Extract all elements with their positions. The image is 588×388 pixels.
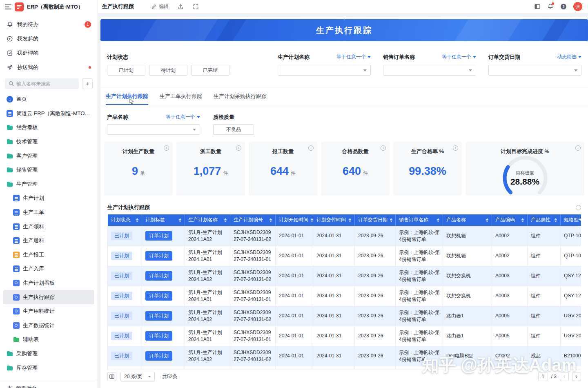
sidebar-item-initiated[interactable]: 我发起的 [0, 31, 98, 46]
app-title: ERP（离散制造-MTO） [27, 3, 83, 11]
nav-item-icon [7, 365, 13, 371]
sidebar-nav-item[interactable]: 经营看板 [3, 120, 94, 135]
nav-item-label: 采购管理 [16, 350, 38, 357]
sidebar: ERP（离散制造-MTO） 我的待办 1 我发起的 我处理的 抄送我的 + [0, 0, 98, 388]
table-section: 生产计划执行跟踪 计划状态 计划标签 [107, 204, 581, 383]
sidebar-item-processed[interactable]: 我处理的 [0, 46, 98, 60]
nav-item-label: 技术管理 [16, 138, 38, 145]
search-input[interactable] [5, 78, 79, 89]
nav-item-label: 生产计划看板 [23, 279, 55, 287]
sidebar-nav-item[interactable]: 简道云 ERP（离散制造-MTO）… [3, 107, 94, 121]
nav-item-icon [7, 96, 13, 103]
sidebar-item-label: 我发起的 [17, 35, 38, 42]
edit-label: 编辑 [159, 3, 169, 10]
todo-count-badge: 1 [85, 21, 91, 28]
nav-item-label: 生产用料统计 [23, 308, 55, 315]
nav-item-label: 简道云 ERP（离散制造-MTO）… [16, 110, 91, 117]
mouse-cursor [129, 98, 134, 105]
nav-item-icon [13, 280, 20, 286]
nav-item-icon [7, 124, 13, 131]
sidebar-nav-item[interactable]: 生产工单 [3, 205, 94, 220]
nav-item-label: 生产数据统计 [23, 322, 55, 329]
nav-item-label: 生产领料 [23, 223, 44, 230]
nav-item-icon [13, 294, 20, 301]
nav-item-label: 辅助表 [23, 336, 39, 343]
nav-item-icon [7, 153, 13, 159]
sidebar-header: ERP（离散制造-MTO） [0, 0, 98, 14]
edit-button[interactable]: 编辑 [151, 3, 169, 10]
unread-dot [89, 66, 91, 69]
play-circle-icon [7, 36, 13, 42]
bell-icon [7, 21, 13, 28]
nav-item-icon [7, 167, 13, 173]
sidebar-nav-item[interactable]: 生产报工 [3, 248, 94, 262]
nav-item-icon [7, 350, 13, 357]
nav-item-icon [13, 195, 20, 201]
fullscreen-icon[interactable] [193, 4, 199, 10]
sidebar-item-label: 我的待办 [17, 21, 38, 28]
nav-item-label: 生产退料 [23, 237, 44, 244]
sidebar-nav-item[interactable]: 首页 [3, 92, 94, 107]
breadcrumb-title: 生产执行跟踪 [102, 3, 134, 10]
sidebar-nav-item[interactable]: 生产计划看板 [3, 276, 94, 290]
sidebar-nav-item[interactable]: 客户管理 [3, 149, 94, 163]
sidebar-item-todo[interactable]: 我的待办 1 [0, 17, 98, 31]
sidebar-nav-item[interactable]: 销售管理 [3, 163, 94, 177]
nav-item-label: 经营看板 [16, 124, 38, 131]
sidebar-nav-item[interactable]: 生产退料 [3, 234, 94, 248]
nav-item-label: 生产计划 [23, 194, 44, 202]
nav-item-icon [13, 237, 20, 244]
nav-item-icon [13, 265, 20, 272]
nav-item-icon [7, 138, 13, 145]
admin-console-label: 管理后台 [16, 385, 37, 388]
sidebar-nav-item[interactable]: 生产执行跟踪 [3, 290, 94, 304]
sidebar-nav-item[interactable]: 生产入库 [3, 262, 94, 276]
nav-item-label: 首页 [16, 96, 27, 103]
nav-item-icon [13, 209, 20, 216]
sidebar-nav-item[interactable]: 采购管理 [3, 347, 94, 361]
paper-plane-icon [7, 64, 13, 71]
export-icon[interactable] [178, 4, 184, 10]
sidebar-nav-item[interactable]: 生产领料 [3, 219, 94, 234]
nav-item-icon [13, 308, 20, 314]
admin-console-link[interactable]: 管理后台 [0, 380, 98, 388]
nav-item-label: 销售管理 [16, 166, 38, 174]
sidebar-nav-item[interactable]: 生产管理 [3, 177, 94, 192]
clipboard-check-icon [7, 50, 13, 56]
nav-item-label: 生产管理 [16, 181, 38, 188]
nav-item-label: 生产报工 [23, 251, 44, 259]
nav-item-label: 客户管理 [16, 152, 38, 160]
nav-item-icon [13, 252, 20, 258]
sidebar-nav-item[interactable]: 库存管理 [3, 361, 94, 375]
user-avatar[interactable]: 张 [573, 2, 582, 11]
sidebar-nav-item[interactable]: 生产数据统计 [3, 319, 94, 333]
sidebar-item-cc[interactable]: 抄送我的 [0, 60, 98, 74]
sidebar-nav-item[interactable]: 生产用料统计 [3, 304, 94, 319]
sidebar-nav-item[interactable]: 技术管理 [3, 135, 94, 149]
nav-item-icon [7, 110, 13, 117]
topbar: 生产执行跟踪 编辑 ? 张 [98, 0, 588, 13]
menu-toggle-icon[interactable] [5, 4, 11, 9]
nav-item-label: 生产工单 [23, 209, 44, 216]
nav-item-icon [7, 181, 13, 187]
nav-item-icon [13, 223, 20, 230]
quick-menu: 我的待办 1 我发起的 我处理的 抄送我的 [0, 17, 98, 74]
add-button[interactable]: + [82, 78, 93, 89]
search-icon [8, 80, 14, 87]
svg-text:?: ? [562, 4, 565, 9]
sidebar-nav-item[interactable]: 生产计划 [3, 191, 94, 205]
nav-item-label: 库存管理 [16, 364, 38, 372]
search-box [5, 78, 79, 89]
page-size-select[interactable]: 20 条/页 [120, 372, 155, 381]
sidebar-item-label: 抄送我的 [17, 64, 38, 71]
nav-item-label: 生产执行跟踪 [23, 294, 55, 301]
sidebar-nav-item[interactable]: 辅助表 [3, 332, 94, 347]
nav-item-icon [13, 336, 20, 343]
help-icon[interactable]: ? [560, 3, 567, 10]
info-icon[interactable] [576, 205, 581, 210]
gear-icon [7, 385, 13, 388]
notifications-bell-icon[interactable] [547, 3, 554, 10]
app-logo [15, 2, 24, 11]
panel-toggle-icon[interactable] [534, 3, 541, 10]
sidebar-nav: 首页 简道云 ERP（离散制造-MTO）… 经营看板 技术管理 客户管理 销售管… [0, 92, 98, 381]
